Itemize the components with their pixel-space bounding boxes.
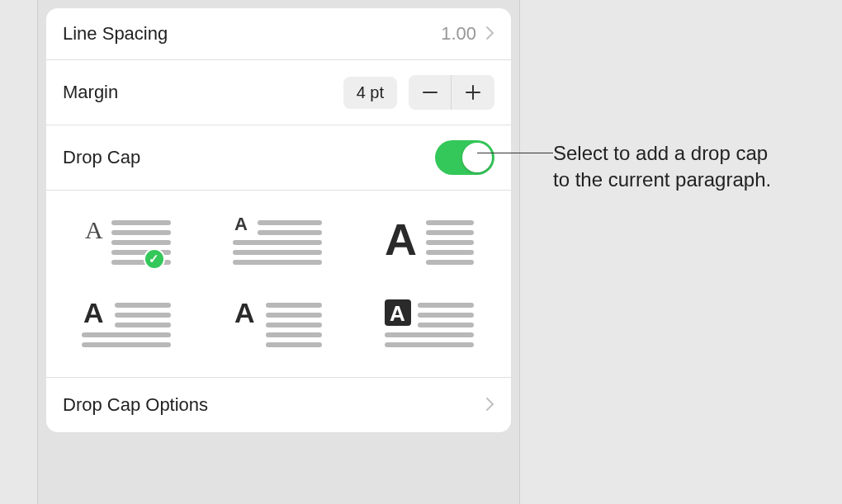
drop-cap-row: Drop Cap [46,125,511,191]
dropcap-style-large-bold[interactable]: A [379,215,481,265]
svg-text:A: A [385,215,417,264]
svg-rect-20 [426,260,474,265]
dropcap-style-boxed[interactable]: A [379,298,481,347]
callout-line-1: Select to add a drop cap [553,140,771,167]
svg-rect-26 [82,342,171,347]
svg-rect-10 [258,220,322,225]
svg-text:A: A [85,216,103,243]
margin-label: Margin [63,82,343,103]
drop-cap-label: Drop Cap [63,147,435,168]
svg-rect-17 [426,230,474,235]
svg-rect-22 [115,303,171,308]
svg-rect-32 [266,342,322,347]
svg-rect-37 [418,323,474,327]
line-spacing-value: 1.00 [441,23,476,45]
dropcap-style-indent[interactable]: A [228,298,330,347]
margin-decrement-button[interactable] [409,75,452,110]
svg-rect-18 [426,240,474,245]
svg-rect-11 [258,230,322,235]
drop-cap-toggle[interactable] [435,140,494,175]
svg-text:A: A [83,298,104,328]
inspector-panel-container: Line Spacing 1.00 Margin 4 pt [37,0,520,504]
svg-rect-35 [418,303,474,308]
line-spacing-value-group: 1.00 [441,23,494,45]
svg-rect-24 [115,323,171,327]
svg-rect-13 [233,250,322,255]
margin-increment-button[interactable] [452,75,494,110]
line-spacing-row[interactable]: Line Spacing 1.00 [46,8,511,60]
dropcap-style-inline-small[interactable]: A [228,215,330,265]
svg-rect-25 [82,332,171,337]
line-spacing-label: Line Spacing [63,23,441,45]
drop-cap-options-row[interactable]: Drop Cap Options [46,378,511,432]
toggle-knob [462,143,492,172]
svg-text:A: A [234,215,248,234]
svg-rect-12 [233,240,322,245]
svg-rect-36 [418,313,474,318]
svg-rect-4 [111,220,171,225]
svg-rect-39 [385,342,474,347]
svg-rect-38 [385,332,474,337]
svg-rect-23 [115,313,171,318]
svg-text:A: A [234,298,255,328]
drop-cap-options-label: Drop Cap Options [63,394,208,416]
svg-rect-16 [426,220,474,225]
chevron-right-icon [486,25,494,44]
chevron-right-icon [486,396,494,415]
drop-cap-styles-grid: A ✓ A [46,191,511,378]
svg-rect-31 [266,332,322,337]
margin-value[interactable]: 4 pt [343,77,397,109]
margin-row: Margin 4 pt [46,60,511,125]
svg-rect-30 [266,323,322,327]
svg-text:A: A [390,301,405,326]
svg-rect-14 [233,260,322,265]
callout-text: Select to add a drop cap to the current … [553,140,771,194]
svg-rect-5 [111,230,171,235]
dropcap-style-raised-small[interactable]: A ✓ [76,215,178,265]
svg-rect-0 [423,92,438,93]
text-settings-panel: Line Spacing 1.00 Margin 4 pt [46,8,511,432]
margin-stepper: 4 pt [343,75,494,110]
dropcap-style-full-left[interactable]: A [76,298,178,347]
check-icon: ✓ [144,248,165,270]
svg-rect-19 [426,250,474,255]
svg-rect-6 [111,240,171,245]
callout-line-2: to the current paragraph. [553,167,771,193]
svg-rect-28 [266,303,322,308]
callout-leader-line [477,153,553,153]
margin-stepper-buttons [409,75,494,110]
svg-rect-29 [266,313,322,318]
svg-rect-2 [472,85,474,100]
